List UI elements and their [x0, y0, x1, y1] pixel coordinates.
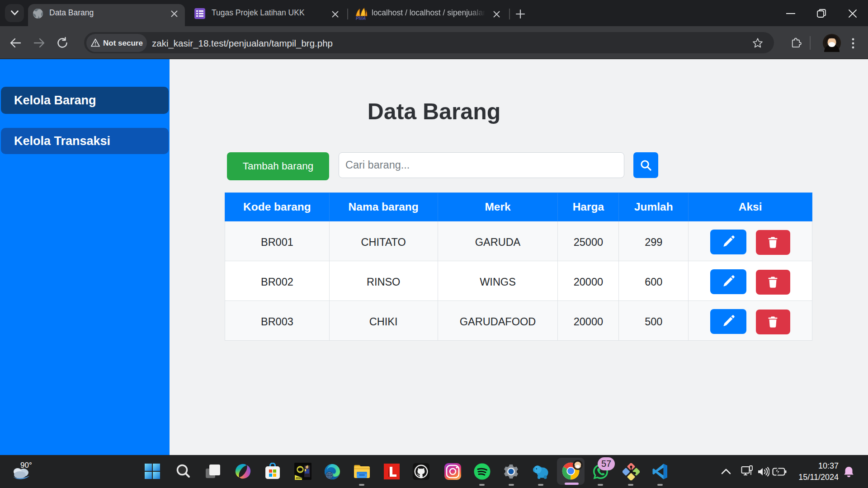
- svg-text:☀: ☀: [307, 465, 309, 467]
- svg-text:PMA: PMA: [356, 16, 366, 20]
- svg-text:2024: 2024: [295, 477, 302, 479]
